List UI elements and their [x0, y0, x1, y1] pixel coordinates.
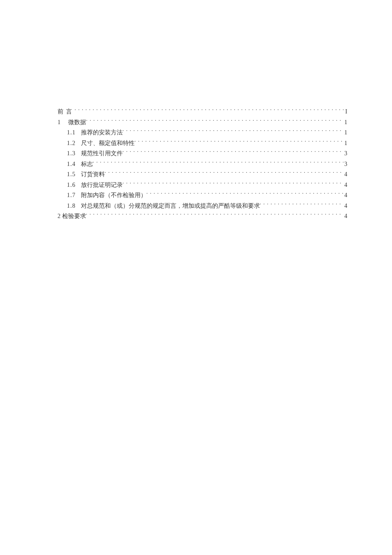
- toc-entry-title: 标志: [81, 161, 93, 167]
- toc-entry-page: I: [344, 107, 347, 117]
- toc-entry-page: 4: [343, 190, 347, 201]
- toc-entry-number: 1.2: [67, 138, 76, 149]
- toc-entry-page: 3: [343, 159, 347, 170]
- toc-entry-number: 1.3: [67, 148, 76, 159]
- toc-entry-number: 1.4: [67, 159, 76, 170]
- toc-entry-page: 1: [343, 117, 347, 128]
- toc-entry-label: 1.6放行批证明记录: [67, 180, 123, 191]
- toc-leader-dots: [135, 139, 344, 145]
- toc-entry: 前言I: [58, 107, 347, 117]
- toc-entry: 1.4标志3: [58, 159, 347, 170]
- toc-entry-label: 1.1推荐的安装方法: [67, 128, 123, 138]
- toc-entry-title: 附加内容（不作检验用）: [81, 192, 147, 198]
- toc-entry-number: 2: [58, 213, 61, 219]
- toc-entry-page: 3: [343, 148, 347, 159]
- toc-entry-title: 检验要求: [62, 213, 86, 219]
- toc-entry-page: 4: [343, 211, 347, 222]
- toc-leader-dots: [75, 108, 344, 113]
- table-of-contents: 前言I1微数据11.1推荐的安装方法11.2尺寸、额定值和特性11.3规范性引用…: [58, 107, 347, 222]
- toc-entry-number: 1: [58, 119, 61, 125]
- toc-entry-number: 1.8: [67, 201, 76, 212]
- toc-entry-page: 1: [343, 128, 347, 138]
- toc-entry: 1.1推荐的安装方法1: [58, 128, 347, 138]
- toc-entry-label: 前言: [58, 107, 75, 117]
- toc-entry-label: 2 检验要求: [58, 211, 86, 222]
- toc-leader-dots: [86, 118, 343, 124]
- toc-entry-page: 4: [343, 180, 347, 191]
- toc-entry-page: 4: [343, 201, 347, 212]
- toc-entry-label: 1微数据: [58, 117, 86, 128]
- toc-leader-dots: [123, 181, 344, 187]
- toc-entry-page: 1: [343, 138, 347, 149]
- toc-leader-dots: [260, 202, 344, 208]
- toc-entry-title: 微数据: [68, 119, 86, 125]
- toc-entry: 1微数据1: [58, 117, 347, 128]
- toc-entry-number: 1.5: [67, 169, 76, 180]
- toc-entry-page: 4: [343, 169, 347, 180]
- toc-entry: 1.8对总规范和（或）分规范的规定而言，增加或提高的严酷等级和要求4: [58, 201, 347, 212]
- toc-entry-label: 1.7附加内容（不作检验用）: [67, 190, 147, 201]
- toc-leader-dots: [105, 170, 344, 176]
- toc-entry: 1.7附加内容（不作检验用）4: [58, 190, 347, 201]
- toc-entry-title: 规范性引用文件: [81, 150, 123, 157]
- toc-entry-label: 1.8对总规范和（或）分规范的规定而言，增加或提高的严酷等级和要求: [67, 201, 260, 212]
- toc-entry-title: 尺寸、额定值和特性: [81, 140, 135, 146]
- toc-entry: 1.6放行批证明记录4: [58, 180, 347, 191]
- toc-entry-title: 前言: [58, 108, 75, 115]
- toc-entry: 2 检验要求4: [58, 211, 347, 222]
- toc-leader-dots: [123, 128, 344, 134]
- toc-entry-title: 推荐的安装方法: [81, 129, 123, 136]
- toc-entry-label: 1.4标志: [67, 159, 93, 170]
- toc-entry: 1.5订货资料4: [58, 169, 347, 180]
- toc-entry: 1.3规范性引用文件3: [58, 148, 347, 159]
- toc-entry-title: 订货资料: [81, 171, 105, 177]
- toc-leader-dots: [147, 191, 344, 197]
- toc-entry-title: 放行批证明记录: [81, 182, 123, 188]
- toc-leader-dots: [123, 149, 344, 155]
- toc-entry-label: 1.2尺寸、额定值和特性: [67, 138, 135, 149]
- toc-leader-dots: [86, 212, 344, 218]
- toc-leader-dots: [93, 160, 344, 166]
- toc-entry-label: 1.5订货资料: [67, 169, 105, 180]
- toc-entry-title: 对总规范和（或）分规范的规定而言，增加或提高的严酷等级和要求: [81, 203, 260, 209]
- toc-entry-number: 1.1: [67, 128, 76, 138]
- toc-entry: 1.2尺寸、额定值和特性1: [58, 138, 347, 149]
- toc-entry-number: 1.6: [67, 180, 76, 191]
- toc-entry-label: 1.3规范性引用文件: [67, 148, 123, 159]
- toc-entry-number: 1.7: [67, 190, 76, 201]
